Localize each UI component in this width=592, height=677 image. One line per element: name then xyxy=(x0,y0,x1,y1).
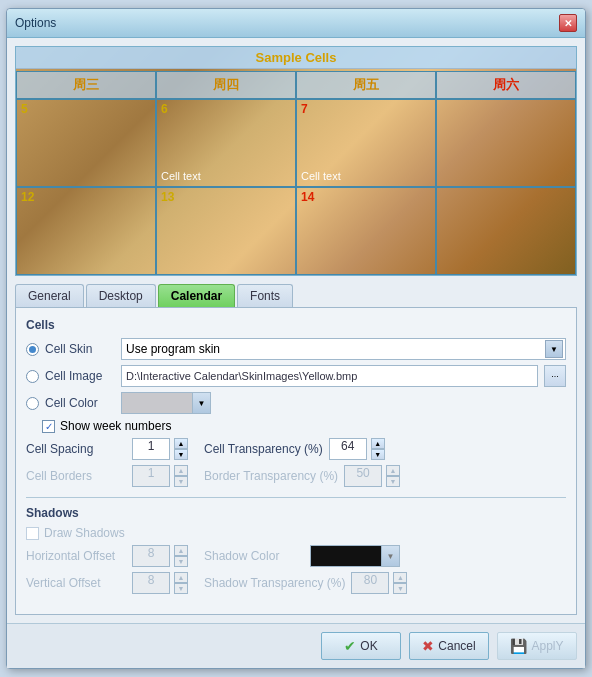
cell-color-row: Cell Color ▼ xyxy=(26,392,566,414)
border-transparency-arrows: ▲ ▼ xyxy=(386,465,400,487)
day-label-fri: 周五 xyxy=(353,76,379,94)
cell-image-row: Cell Image D:\Interactive Calendar\SkinI… xyxy=(26,365,566,387)
button-bar: ✔ OK ✖ Cancel 💾 ApplY xyxy=(7,623,585,668)
h-offset-arrows: ▲ ▼ xyxy=(174,545,188,567)
tab-bar: General Desktop Calendar Fonts xyxy=(15,284,577,307)
cell-13: 13 xyxy=(156,187,296,275)
shadows-section-title: Shadows xyxy=(26,506,566,520)
cell-spacing-down[interactable]: ▼ xyxy=(174,449,188,460)
h-offset-input: 8 xyxy=(132,545,170,567)
h-offset-spinner: 8 ▲ ▼ xyxy=(132,545,188,567)
shadow-transparency-spinner: 80 ▲ ▼ xyxy=(351,572,407,594)
cell-5: 5 xyxy=(16,99,156,187)
cell-14: 14 xyxy=(296,187,436,275)
shadow-transparency-arrows: ▲ ▼ xyxy=(393,572,407,594)
v-offset-arrows: ▲ ▼ xyxy=(174,572,188,594)
cell-skin-radio[interactable] xyxy=(26,343,39,356)
cell-borders-input: 1 xyxy=(132,465,170,487)
cell-image-input[interactable]: D:\Interactive Calendar\SkinImages\Yello… xyxy=(121,365,538,387)
v-offset-up: ▲ xyxy=(174,572,188,583)
h-offset-down: ▼ xyxy=(174,556,188,567)
cell-number-14: 14 xyxy=(301,190,314,204)
cell-transparency-spinner: 64 ▲ ▼ xyxy=(329,438,385,460)
cell-borders-arrows: ▲ ▼ xyxy=(174,465,188,487)
cancel-button[interactable]: ✖ Cancel xyxy=(409,632,489,660)
tab-desktop[interactable]: Desktop xyxy=(86,284,156,307)
cell-header-thu: 周四 xyxy=(156,71,296,99)
apply-button[interactable]: 💾 ApplY xyxy=(497,632,577,660)
shadow-color-dropdown-arrow: ▼ xyxy=(381,546,399,566)
v-offset-down: ▼ xyxy=(174,583,188,594)
cell-text-7: Cell text xyxy=(301,170,341,182)
close-button[interactable]: ✕ xyxy=(559,14,577,32)
spacing-transparency-row: Cell Spacing 1 ▲ ▼ Cell Transparency (%)… xyxy=(26,438,566,460)
cell-skin-value: Use program skin xyxy=(126,342,561,356)
cell-color-dropdown-arrow[interactable]: ▼ xyxy=(192,393,210,413)
cell-7: 7 Cell text xyxy=(296,99,436,187)
draw-shadows-checkbox xyxy=(26,527,39,540)
show-week-numbers-checkbox[interactable] xyxy=(42,420,55,433)
options-window: Options ✕ Sample Cells 周三 周四 周五 xyxy=(6,8,586,669)
cell-image-radio[interactable] xyxy=(26,370,39,383)
cancel-icon: ✖ xyxy=(422,638,434,654)
cell-borders-label: Cell Borders xyxy=(26,469,126,483)
ok-icon: ✔ xyxy=(344,638,356,654)
preview-grid: Sample Cells 周三 周四 周五 周六 xyxy=(16,47,576,275)
cell-image-label: Cell Image xyxy=(45,369,115,383)
cell-header-sat: 周六 xyxy=(436,71,576,99)
cell-transparency-input[interactable]: 64 xyxy=(329,438,367,460)
h-offset-color-row: Horizontal Offset 8 ▲ ▼ Shadow Color ▼ xyxy=(26,545,566,567)
cell-skin-dropdown-arrow[interactable]: ▼ xyxy=(545,340,563,358)
cell-transparency-label: Cell Transparency (%) xyxy=(204,442,323,456)
apply-icon: 💾 xyxy=(510,638,527,654)
shadow-transparency-label: Shadow Transparency (%) xyxy=(204,576,345,590)
day-label-wed: 周三 xyxy=(73,76,99,94)
cell-image-value: D:\Interactive Calendar\SkinImages\Yello… xyxy=(126,370,357,382)
cell-color-radio[interactable] xyxy=(26,397,39,410)
border-transparency-down: ▼ xyxy=(386,476,400,487)
cell-header-fri: 周五 xyxy=(296,71,436,99)
cells-section: Cells Cell Skin Use program skin ▼ Cell … xyxy=(26,318,566,487)
ok-button[interactable]: ✔ OK xyxy=(321,632,401,660)
cell-skin-dropdown[interactable]: Use program skin ▼ xyxy=(121,338,566,360)
cell-color-swatch[interactable]: ▼ xyxy=(121,392,211,414)
cell-transparency-down[interactable]: ▼ xyxy=(371,449,385,460)
show-week-numbers-row: Show week numbers xyxy=(42,419,566,433)
window-title: Options xyxy=(15,16,56,30)
horizontal-offset-label: Horizontal Offset xyxy=(26,549,126,563)
border-transparency-label: Border Transparency (%) xyxy=(204,469,338,483)
v-offset-input: 8 xyxy=(132,572,170,594)
tab-general[interactable]: General xyxy=(15,284,84,307)
tab-calendar[interactable]: Calendar xyxy=(158,284,235,307)
cell-color-label: Cell Color xyxy=(45,396,115,410)
cell-image-browse[interactable]: ··· xyxy=(544,365,566,387)
day-label-sat: 周六 xyxy=(493,76,519,94)
cell-borders-down: ▼ xyxy=(174,476,188,487)
cell-number-6: 6 xyxy=(161,102,168,116)
divider xyxy=(26,497,566,498)
cell-spacing-spinner: 1 ▲ ▼ xyxy=(132,438,188,460)
cell-skin-label: Cell Skin xyxy=(45,342,115,356)
cell-skin-row: Cell Skin Use program skin ▼ xyxy=(26,338,566,360)
tab-content: Cells Cell Skin Use program skin ▼ Cell … xyxy=(15,307,577,615)
cell-transparency-up[interactable]: ▲ xyxy=(371,438,385,449)
cell-blank xyxy=(436,187,576,275)
border-transparency-spinner: 50 ▲ ▼ xyxy=(344,465,400,487)
ok-label: OK xyxy=(360,639,377,653)
border-transparency-up: ▲ xyxy=(386,465,400,476)
cell-spacing-input[interactable]: 1 xyxy=(132,438,170,460)
day-label-thu: 周四 xyxy=(213,76,239,94)
cell-spacing-label: Cell Spacing xyxy=(26,442,126,456)
tab-fonts[interactable]: Fonts xyxy=(237,284,293,307)
h-offset-up: ▲ xyxy=(174,545,188,556)
apply-label: ApplY xyxy=(531,639,563,653)
draw-shadows-row: Draw Shadows xyxy=(26,526,566,540)
cell-header-wed: 周三 xyxy=(16,71,156,99)
v-offset-transparency-row: Vertical Offset 8 ▲ ▼ Shadow Transparenc… xyxy=(26,572,566,594)
cell-spacing-up[interactable]: ▲ xyxy=(174,438,188,449)
cell-borders-up: ▲ xyxy=(174,465,188,476)
shadow-transparency-up: ▲ xyxy=(393,572,407,583)
preview-area: Sample Cells 周三 周四 周五 周六 xyxy=(15,46,577,276)
preview-header: Sample Cells xyxy=(16,47,576,69)
cell-number-13: 13 xyxy=(161,190,174,204)
